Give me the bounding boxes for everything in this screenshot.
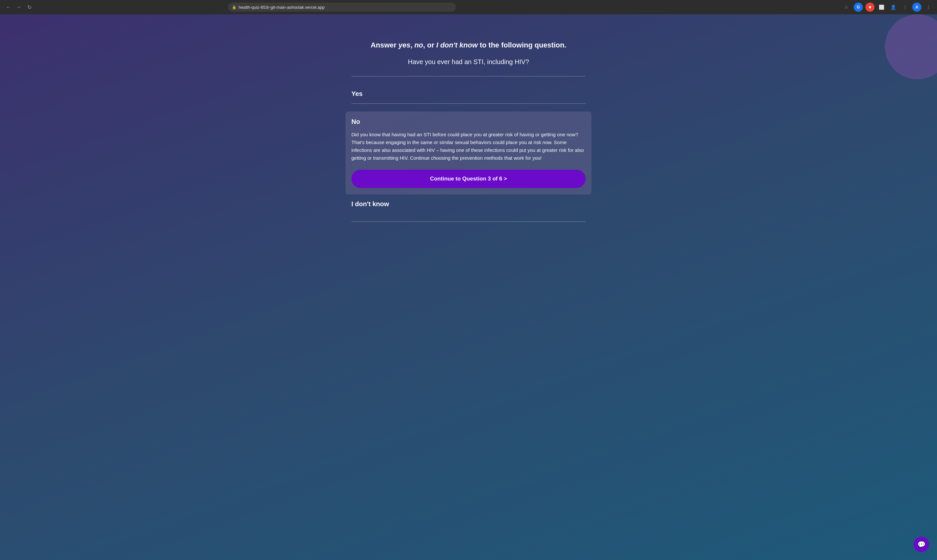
bookmark-icon[interactable]: ☆ xyxy=(842,3,851,12)
menu-icon[interactable]: ⋮ xyxy=(924,3,933,12)
yes-em: yes xyxy=(399,41,411,49)
url-text: health-quiz-853r-git-main-ashoolak.verce… xyxy=(239,5,452,10)
account-avatar[interactable]: A xyxy=(912,3,922,12)
page-content: Answer yes, no, or I don't know to the f… xyxy=(345,14,592,241)
idk-label: I don't know xyxy=(351,200,389,208)
yes-label: Yes xyxy=(351,90,362,98)
continue-button[interactable]: Continue to Question 3 of 6 > xyxy=(351,170,586,188)
no-expanded-content: Did you know that having had an STI befo… xyxy=(351,131,586,188)
no-label: No xyxy=(351,118,360,125)
question-text: Have you ever had an STI, including HIV? xyxy=(351,58,586,66)
shield-icon[interactable]: ■ xyxy=(865,3,875,12)
lock-icon: 🔒 xyxy=(232,5,237,9)
browser-actions: ☆ G ■ ⬜ 👤 ⋮ A ⋮ xyxy=(842,3,933,12)
idk-option[interactable]: I don't know xyxy=(351,194,586,214)
address-bar[interactable]: 🔒 health-quiz-853r-git-main-ashoolak.ver… xyxy=(228,3,456,12)
extensions-icon[interactable]: ⬜ xyxy=(877,3,886,12)
nav-buttons: ← → ↻ xyxy=(4,3,34,12)
reload-button[interactable]: ↻ xyxy=(25,3,34,12)
chat-widget[interactable]: 💬 xyxy=(914,537,929,552)
top-divider xyxy=(351,76,586,77)
settings-icon[interactable]: ⋮ xyxy=(900,3,910,12)
back-button[interactable]: ← xyxy=(4,3,13,12)
forward-button[interactable]: → xyxy=(14,3,23,12)
google-icon[interactable]: G xyxy=(854,3,863,12)
yes-divider xyxy=(351,103,586,104)
no-expanded-text: Did you know that having had an STI befo… xyxy=(351,131,586,162)
decorative-circle xyxy=(885,14,937,79)
idk-em: I don't know xyxy=(436,41,478,49)
instruction-text: Answer yes, no, or I don't know to the f… xyxy=(351,40,586,51)
chat-icon: 💬 xyxy=(917,540,926,548)
no-em: no xyxy=(415,41,423,49)
bottom-divider xyxy=(351,222,586,222)
no-option[interactable]: No Did you know that having had an STI b… xyxy=(345,112,592,194)
yes-option[interactable]: Yes xyxy=(351,84,586,103)
profile-icon[interactable]: 👤 xyxy=(889,3,898,12)
browser-chrome: ← → ↻ 🔒 health-quiz-853r-git-main-ashool… xyxy=(0,0,937,14)
